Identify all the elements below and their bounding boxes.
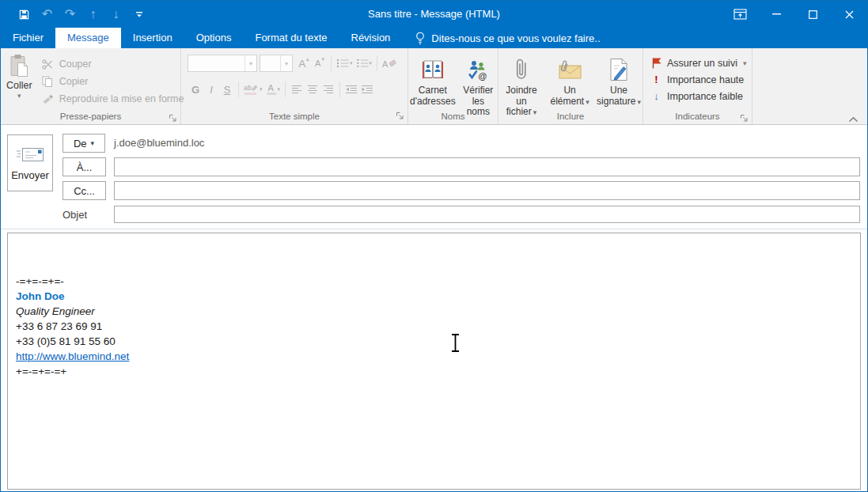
font-size-combobox[interactable]: ▾ <box>260 55 293 72</box>
send-envelope-icon <box>16 145 45 164</box>
tab-options[interactable]: Options <box>184 28 244 48</box>
tab-fichier[interactable]: Fichier <box>1 28 55 48</box>
signature-job-title: Quality Engineer <box>16 304 129 319</box>
subject-input[interactable] <box>114 206 860 223</box>
tab-format-du-texte[interactable]: Format du texte <box>243 28 339 48</box>
tell-me-box[interactable]: Dites-nous ce que vous voulez faire.. <box>415 28 600 48</box>
close-icon <box>845 10 854 19</box>
align-left-button[interactable] <box>289 81 305 98</box>
group-include: Joindre un fichier▾ Un élément▾ <box>498 48 643 124</box>
minimize-icon <box>772 13 781 15</box>
undo-icon[interactable]: ↶ <box>36 4 59 25</box>
grow-font-button[interactable]: A ▴ <box>296 55 312 72</box>
font-size-value <box>260 55 280 71</box>
subject-row: Objet <box>63 206 860 225</box>
shrink-font-button[interactable]: A ▾ <box>312 55 328 72</box>
from-caret-icon: ▾ <box>91 140 95 146</box>
to-button[interactable]: À... <box>63 157 106 176</box>
font-name-dropdown-icon[interactable]: ▾ <box>244 55 256 71</box>
text-cursor-pointer <box>449 333 462 353</box>
from-row: De ▾ j.doe@bluemind.loc <box>63 134 860 153</box>
previous-item-icon[interactable]: ↑ <box>81 4 104 25</box>
quick-access-toolbar: ↶ ↷ ↑ ↓ <box>1 4 150 25</box>
cc-label: Cc... <box>74 185 95 197</box>
paste-dropdown-icon[interactable]: ▾ <box>17 93 21 99</box>
bullets-caret-icon: ▾ <box>350 61 353 66</box>
follow-up-label: Assurer un suivi <box>667 58 737 69</box>
redo-icon[interactable]: ↷ <box>59 4 81 25</box>
signature-phone-mobile: +33 6 87 23 69 91 <box>16 319 129 334</box>
copy-button[interactable]: Copier <box>41 73 184 90</box>
signature-separator-top: -=+=-=+=- <box>16 274 129 289</box>
tab-message[interactable]: Message <box>55 28 121 48</box>
cut-button[interactable]: Couper <box>41 55 184 73</box>
collapse-ribbon-icon[interactable] <box>848 112 859 119</box>
window-controls <box>722 1 867 28</box>
font-name-value <box>188 55 244 71</box>
cc-button[interactable]: Cc... <box>63 181 106 200</box>
underline-button[interactable]: S <box>219 81 235 98</box>
message-body[interactable]: -=+=-=+=- John Doe Quality Engineer +33 … <box>7 233 861 490</box>
bold-button[interactable]: G <box>188 81 203 98</box>
close-button[interactable] <box>831 1 867 28</box>
to-input[interactable] <box>114 157 860 176</box>
address-book-icon <box>421 54 445 85</box>
decrease-indent-icon <box>345 85 358 94</box>
names-group-label: Noms <box>408 112 498 121</box>
send-button[interactable]: Envoyer <box>7 134 53 191</box>
cc-input[interactable] <box>114 181 860 200</box>
maximize-button[interactable] <box>794 1 831 28</box>
tags-dialog-launcher-icon[interactable] <box>740 112 749 120</box>
basic-text-dialog-launcher-icon[interactable] <box>396 112 404 120</box>
font-size-dropdown-icon[interactable]: ▾ <box>280 55 292 71</box>
lightbulb-icon <box>415 32 425 45</box>
minimize-button[interactable] <box>758 1 794 28</box>
font-color-button[interactable]: A ▾ <box>264 81 282 98</box>
high-importance-button[interactable]: ! Importance haute <box>651 71 752 88</box>
font-color-letter: A <box>267 84 274 93</box>
paperclip-icon <box>516 54 527 85</box>
highlight-button[interactable]: ab ▾ <box>242 81 264 98</box>
font-color-icon: A <box>266 84 277 96</box>
ribbon-spacer <box>752 48 867 124</box>
clipboard-dialog-launcher-icon[interactable] <box>169 112 177 120</box>
font-color-caret-icon: ▾ <box>278 87 281 92</box>
tab-revision[interactable]: Révision <box>339 28 403 48</box>
next-item-icon[interactable]: ↓ <box>104 4 127 25</box>
highlight-letters: ab <box>244 84 252 92</box>
compose-header: Envoyer De ▾ j.doe@bluemind.loc À... Cc.… <box>1 126 867 229</box>
increase-indent-icon <box>361 85 373 94</box>
customize-toolbar-icon <box>135 11 143 18</box>
outlook-compose-window: ↶ ↷ ↑ ↓ Sans titre - Message (HTML) <box>0 0 868 492</box>
scissors-icon <box>41 59 55 70</box>
grow-caret-icon: ▴ <box>306 57 309 62</box>
customize-quick-access-icon[interactable] <box>127 4 150 25</box>
low-importance-button[interactable]: ↓ Importance faible <box>651 88 752 104</box>
ribbon-display-options-button[interactable] <box>722 1 758 28</box>
cut-label: Couper <box>59 59 92 70</box>
clear-formatting-button[interactable]: A <box>381 55 398 72</box>
flag-icon <box>651 57 661 69</box>
bullets-icon <box>336 59 349 68</box>
signature-website-link[interactable]: http://www.bluemind.net <box>16 350 129 362</box>
format-painter-button[interactable]: Reproduire la mise en forme <box>41 90 184 108</box>
copy-icon <box>41 76 55 87</box>
address-book-label: Carnet d'adresses <box>410 85 456 107</box>
numbering-button[interactable]: ▾ <box>354 55 374 72</box>
italic-button[interactable]: I <box>203 81 219 98</box>
to-row: À... <box>63 157 860 176</box>
ribbon-display-icon <box>733 9 747 20</box>
bullets-button[interactable]: ▾ <box>335 55 354 72</box>
align-center-icon <box>307 85 318 94</box>
follow-up-button[interactable]: Assurer un suivi ▾ <box>651 55 752 71</box>
from-button[interactable]: De ▾ <box>63 134 105 153</box>
font-name-combobox[interactable]: ▾ <box>188 55 257 72</box>
group-basic-text: ▾ ▾ A ▴ A ▾ <box>181 48 408 124</box>
save-icon[interactable] <box>13 4 36 25</box>
decrease-indent-button[interactable] <box>343 81 359 98</box>
increase-indent-button[interactable] <box>359 81 375 98</box>
tab-insertion[interactable]: Insertion <box>121 28 184 48</box>
align-right-button[interactable] <box>320 81 336 98</box>
align-center-button[interactable] <box>305 81 320 98</box>
from-address: j.doe@bluemind.loc <box>114 134 204 153</box>
